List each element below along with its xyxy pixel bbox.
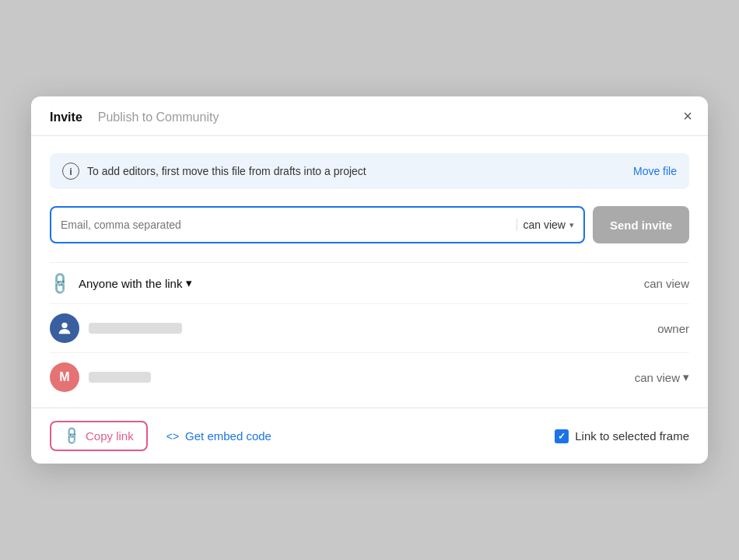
tab-invite[interactable]: Invite (50, 110, 82, 124)
svg-point-0 (61, 323, 67, 328)
copy-link-label: Copy link (86, 429, 134, 443)
close-button[interactable]: × (683, 108, 692, 124)
email-input-wrap: can view ▾ (50, 206, 585, 243)
embed-label: Get embed code (185, 429, 271, 443)
anyone-link-chevron-icon: ▾ (186, 276, 192, 290)
user-name-blur-small (89, 372, 151, 383)
avatar: M (50, 362, 79, 392)
user-can-view-chevron-icon: ▾ (683, 370, 689, 384)
frame-link-label: Link to selected frame (575, 429, 689, 443)
copy-link-icon: 🔗 (61, 425, 82, 447)
can-view-dropdown[interactable]: can view ▾ (517, 219, 574, 231)
email-input[interactable] (61, 219, 517, 231)
avatar (50, 313, 79, 343)
can-view-chevron-icon: ▾ (569, 220, 574, 230)
modal-body: i To add editors, first move this file f… (31, 136, 708, 401)
modal-header: Invite Publish to Community × (31, 96, 708, 136)
tab-publish[interactable]: Publish to Community (98, 110, 219, 124)
share-row: 🔗 Anyone with the link ▾ can view (50, 262, 689, 303)
info-banner: i To add editors, first move this file f… (50, 153, 689, 189)
avatar-letter: M (59, 370, 69, 384)
copy-link-button[interactable]: 🔗 Copy link (50, 421, 148, 451)
frame-link-wrap: ✓ Link to selected frame (555, 429, 689, 443)
frame-link-checkbox[interactable]: ✓ (555, 429, 569, 443)
user-row: owner (50, 303, 689, 352)
send-invite-button[interactable]: Send invite (593, 206, 689, 243)
embed-icon: <> (166, 430, 179, 443)
user-role-dropdown[interactable]: can view ▾ (635, 370, 689, 384)
email-row: can view ▾ Send invite (50, 206, 689, 243)
user-name-blur (89, 323, 182, 334)
link-icon: 🔗 (46, 270, 73, 297)
user-can-view-label: can view (635, 371, 680, 384)
user-role-owner: owner (657, 322, 689, 335)
get-embed-code-button[interactable]: <> Get embed code (154, 423, 284, 449)
info-text: To add editors, first move this file fro… (87, 165, 625, 177)
checkmark-icon: ✓ (558, 431, 566, 442)
anyone-link-label: Anyone with the link (79, 277, 182, 290)
share-row-permission: can view (644, 277, 689, 290)
anyone-link-dropdown[interactable]: Anyone with the link ▾ (79, 276, 192, 290)
move-file-link[interactable]: Move file (633, 165, 677, 177)
invite-modal: Invite Publish to Community × i To add e… (31, 96, 708, 464)
can-view-label: can view (524, 219, 566, 231)
modal-footer: 🔗 Copy link <> Get embed code ✓ Link to … (31, 408, 708, 464)
info-icon: i (62, 163, 79, 180)
user-row: M can view ▾ (50, 352, 689, 401)
